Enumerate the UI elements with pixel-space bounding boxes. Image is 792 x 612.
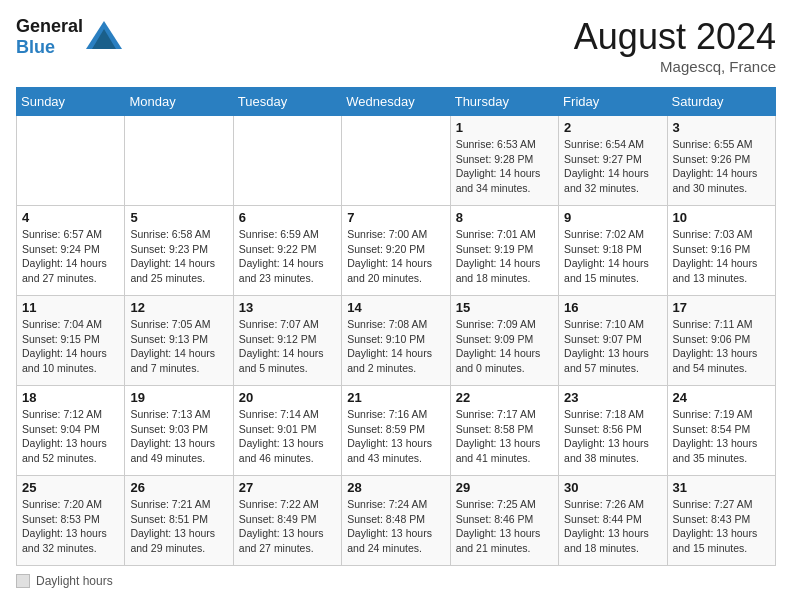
- weekday-header: Wednesday: [342, 88, 450, 116]
- cell-content: Sunrise: 7:26 AM Sunset: 8:44 PM Dayligh…: [564, 497, 661, 556]
- calendar-cell: [233, 116, 341, 206]
- day-number: 9: [564, 210, 661, 225]
- cell-content: Sunrise: 6:55 AM Sunset: 9:26 PM Dayligh…: [673, 137, 770, 196]
- day-number: 17: [673, 300, 770, 315]
- calendar-cell: 23Sunrise: 7:18 AM Sunset: 8:56 PM Dayli…: [559, 386, 667, 476]
- calendar-cell: 22Sunrise: 7:17 AM Sunset: 8:58 PM Dayli…: [450, 386, 558, 476]
- cell-content: Sunrise: 7:27 AM Sunset: 8:43 PM Dayligh…: [673, 497, 770, 556]
- cell-content: Sunrise: 7:13 AM Sunset: 9:03 PM Dayligh…: [130, 407, 227, 466]
- day-number: 22: [456, 390, 553, 405]
- weekday-header: Thursday: [450, 88, 558, 116]
- calendar-cell: 3Sunrise: 6:55 AM Sunset: 9:26 PM Daylig…: [667, 116, 775, 206]
- day-number: 20: [239, 390, 336, 405]
- day-number: 30: [564, 480, 661, 495]
- calendar-cell: 2Sunrise: 6:54 AM Sunset: 9:27 PM Daylig…: [559, 116, 667, 206]
- day-number: 10: [673, 210, 770, 225]
- cell-content: Sunrise: 7:09 AM Sunset: 9:09 PM Dayligh…: [456, 317, 553, 376]
- calendar-cell: 10Sunrise: 7:03 AM Sunset: 9:16 PM Dayli…: [667, 206, 775, 296]
- calendar-cell: 1Sunrise: 6:53 AM Sunset: 9:28 PM Daylig…: [450, 116, 558, 206]
- cell-content: Sunrise: 7:24 AM Sunset: 8:48 PM Dayligh…: [347, 497, 444, 556]
- day-number: 2: [564, 120, 661, 135]
- calendar-cell: 5Sunrise: 6:58 AM Sunset: 9:23 PM Daylig…: [125, 206, 233, 296]
- cell-content: Sunrise: 7:01 AM Sunset: 9:19 PM Dayligh…: [456, 227, 553, 286]
- calendar-cell: 4Sunrise: 6:57 AM Sunset: 9:24 PM Daylig…: [17, 206, 125, 296]
- day-number: 31: [673, 480, 770, 495]
- calendar-cell: 6Sunrise: 6:59 AM Sunset: 9:22 PM Daylig…: [233, 206, 341, 296]
- cell-content: Sunrise: 7:14 AM Sunset: 9:01 PM Dayligh…: [239, 407, 336, 466]
- legend: Daylight hours: [16, 574, 776, 588]
- calendar-cell: 20Sunrise: 7:14 AM Sunset: 9:01 PM Dayli…: [233, 386, 341, 476]
- day-number: 24: [673, 390, 770, 405]
- day-number: 3: [673, 120, 770, 135]
- calendar-cell: 31Sunrise: 7:27 AM Sunset: 8:43 PM Dayli…: [667, 476, 775, 566]
- weekday-header: Tuesday: [233, 88, 341, 116]
- calendar-cell: 25Sunrise: 7:20 AM Sunset: 8:53 PM Dayli…: [17, 476, 125, 566]
- cell-content: Sunrise: 7:10 AM Sunset: 9:07 PM Dayligh…: [564, 317, 661, 376]
- cell-content: Sunrise: 7:02 AM Sunset: 9:18 PM Dayligh…: [564, 227, 661, 286]
- calendar-cell: 21Sunrise: 7:16 AM Sunset: 8:59 PM Dayli…: [342, 386, 450, 476]
- cell-content: Sunrise: 7:18 AM Sunset: 8:56 PM Dayligh…: [564, 407, 661, 466]
- calendar-cell: [342, 116, 450, 206]
- cell-content: Sunrise: 7:00 AM Sunset: 9:20 PM Dayligh…: [347, 227, 444, 286]
- calendar-cell: 15Sunrise: 7:09 AM Sunset: 9:09 PM Dayli…: [450, 296, 558, 386]
- calendar-cell: 17Sunrise: 7:11 AM Sunset: 9:06 PM Dayli…: [667, 296, 775, 386]
- calendar-cell: 11Sunrise: 7:04 AM Sunset: 9:15 PM Dayli…: [17, 296, 125, 386]
- logo: General Blue: [16, 16, 122, 57]
- day-number: 11: [22, 300, 119, 315]
- cell-content: Sunrise: 7:08 AM Sunset: 9:10 PM Dayligh…: [347, 317, 444, 376]
- calendar-cell: 30Sunrise: 7:26 AM Sunset: 8:44 PM Dayli…: [559, 476, 667, 566]
- cell-content: Sunrise: 7:04 AM Sunset: 9:15 PM Dayligh…: [22, 317, 119, 376]
- day-number: 8: [456, 210, 553, 225]
- cell-content: Sunrise: 6:58 AM Sunset: 9:23 PM Dayligh…: [130, 227, 227, 286]
- calendar-cell: 18Sunrise: 7:12 AM Sunset: 9:04 PM Dayli…: [17, 386, 125, 476]
- day-number: 5: [130, 210, 227, 225]
- cell-content: Sunrise: 6:53 AM Sunset: 9:28 PM Dayligh…: [456, 137, 553, 196]
- day-number: 25: [22, 480, 119, 495]
- cell-content: Sunrise: 7:25 AM Sunset: 8:46 PM Dayligh…: [456, 497, 553, 556]
- cell-content: Sunrise: 7:20 AM Sunset: 8:53 PM Dayligh…: [22, 497, 119, 556]
- cell-content: Sunrise: 7:03 AM Sunset: 9:16 PM Dayligh…: [673, 227, 770, 286]
- calendar-header-row: SundayMondayTuesdayWednesdayThursdayFrid…: [17, 88, 776, 116]
- legend-label: Daylight hours: [36, 574, 113, 588]
- weekday-header: Monday: [125, 88, 233, 116]
- day-number: 21: [347, 390, 444, 405]
- cell-content: Sunrise: 6:54 AM Sunset: 9:27 PM Dayligh…: [564, 137, 661, 196]
- weekday-header: Saturday: [667, 88, 775, 116]
- legend-box: [16, 574, 30, 588]
- calendar-cell: 19Sunrise: 7:13 AM Sunset: 9:03 PM Dayli…: [125, 386, 233, 476]
- calendar-cell: [125, 116, 233, 206]
- calendar-cell: 8Sunrise: 7:01 AM Sunset: 9:19 PM Daylig…: [450, 206, 558, 296]
- cell-content: Sunrise: 6:59 AM Sunset: 9:22 PM Dayligh…: [239, 227, 336, 286]
- day-number: 7: [347, 210, 444, 225]
- cell-content: Sunrise: 7:19 AM Sunset: 8:54 PM Dayligh…: [673, 407, 770, 466]
- calendar-cell: 12Sunrise: 7:05 AM Sunset: 9:13 PM Dayli…: [125, 296, 233, 386]
- day-number: 6: [239, 210, 336, 225]
- location: Magescq, France: [574, 58, 776, 75]
- cell-content: Sunrise: 7:17 AM Sunset: 8:58 PM Dayligh…: [456, 407, 553, 466]
- cell-content: Sunrise: 7:11 AM Sunset: 9:06 PM Dayligh…: [673, 317, 770, 376]
- calendar-week-row: 11Sunrise: 7:04 AM Sunset: 9:15 PM Dayli…: [17, 296, 776, 386]
- cell-content: Sunrise: 7:05 AM Sunset: 9:13 PM Dayligh…: [130, 317, 227, 376]
- cell-content: Sunrise: 6:57 AM Sunset: 9:24 PM Dayligh…: [22, 227, 119, 286]
- calendar-cell: 24Sunrise: 7:19 AM Sunset: 8:54 PM Dayli…: [667, 386, 775, 476]
- day-number: 13: [239, 300, 336, 315]
- day-number: 23: [564, 390, 661, 405]
- logo-icon: [86, 21, 122, 53]
- cell-content: Sunrise: 7:22 AM Sunset: 8:49 PM Dayligh…: [239, 497, 336, 556]
- day-number: 18: [22, 390, 119, 405]
- cell-content: Sunrise: 7:16 AM Sunset: 8:59 PM Dayligh…: [347, 407, 444, 466]
- day-number: 28: [347, 480, 444, 495]
- day-number: 19: [130, 390, 227, 405]
- day-number: 1: [456, 120, 553, 135]
- calendar-cell: 29Sunrise: 7:25 AM Sunset: 8:46 PM Dayli…: [450, 476, 558, 566]
- cell-content: Sunrise: 7:21 AM Sunset: 8:51 PM Dayligh…: [130, 497, 227, 556]
- calendar-week-row: 25Sunrise: 7:20 AM Sunset: 8:53 PM Dayli…: [17, 476, 776, 566]
- calendar-cell: 7Sunrise: 7:00 AM Sunset: 9:20 PM Daylig…: [342, 206, 450, 296]
- weekday-header: Friday: [559, 88, 667, 116]
- cell-content: Sunrise: 7:12 AM Sunset: 9:04 PM Dayligh…: [22, 407, 119, 466]
- calendar-table: SundayMondayTuesdayWednesdayThursdayFrid…: [16, 87, 776, 566]
- calendar-week-row: 1Sunrise: 6:53 AM Sunset: 9:28 PM Daylig…: [17, 116, 776, 206]
- calendar-cell: [17, 116, 125, 206]
- day-number: 27: [239, 480, 336, 495]
- weekday-header: Sunday: [17, 88, 125, 116]
